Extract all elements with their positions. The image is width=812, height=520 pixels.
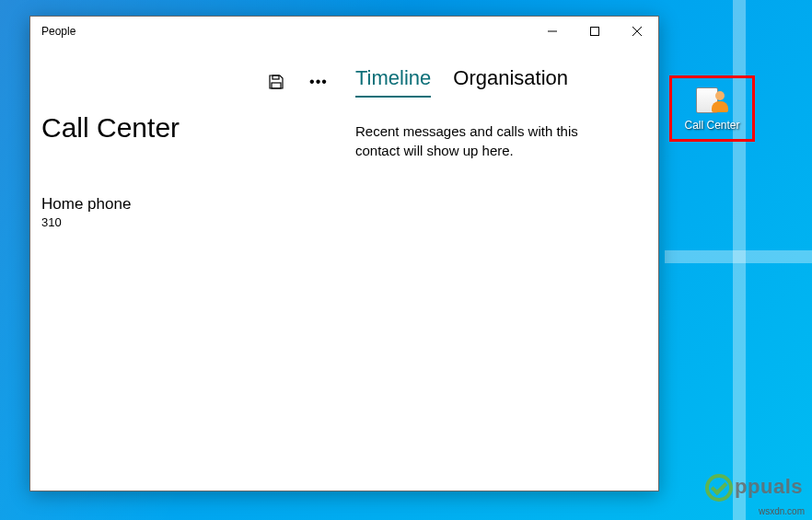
contact-file-icon	[696, 86, 729, 115]
svg-rect-4	[273, 75, 279, 79]
tab-bar: Timeline Organisation	[355, 66, 647, 98]
save-icon	[268, 74, 284, 90]
checkmark-icon	[705, 474, 733, 502]
field-label: Home phone	[41, 195, 335, 214]
ellipsis-icon: •••	[309, 75, 328, 89]
tab-timeline[interactable]: Timeline	[355, 66, 431, 98]
desktop-shortcut-call-center[interactable]: Call Center	[669, 75, 755, 142]
watermark-logo: ppuals	[705, 474, 803, 502]
close-button[interactable]	[616, 17, 658, 46]
svg-rect-5	[272, 83, 281, 88]
tab-organisation[interactable]: Organisation	[453, 66, 568, 98]
shortcut-label: Call Center	[684, 119, 739, 132]
contact-toolbar: •••	[41, 64, 335, 99]
contact-field: Home phone 310	[41, 195, 335, 229]
maximize-button[interactable]	[574, 17, 616, 46]
field-value[interactable]: 310	[41, 215, 335, 229]
svg-rect-1	[591, 28, 599, 36]
activity-pane: Timeline Organisation Recent messages an…	[346, 64, 658, 491]
titlebar[interactable]: People	[30, 17, 658, 46]
content-area: ••• Call Center Home phone 310 Timeline …	[30, 46, 658, 491]
contact-details-pane: ••• Call Center Home phone 310	[30, 64, 346, 491]
minimize-button[interactable]	[531, 17, 574, 46]
save-button[interactable]	[265, 71, 287, 93]
timeline-empty-message: Recent messages and calls with this cont…	[355, 121, 622, 160]
watermark-text: wsxdn.com	[759, 506, 805, 516]
more-button[interactable]: •••	[307, 71, 330, 93]
contact-name: Call Center	[41, 112, 335, 144]
window-title: People	[41, 25, 75, 38]
window-controls	[531, 17, 658, 46]
people-app-window: People	[29, 16, 659, 491]
